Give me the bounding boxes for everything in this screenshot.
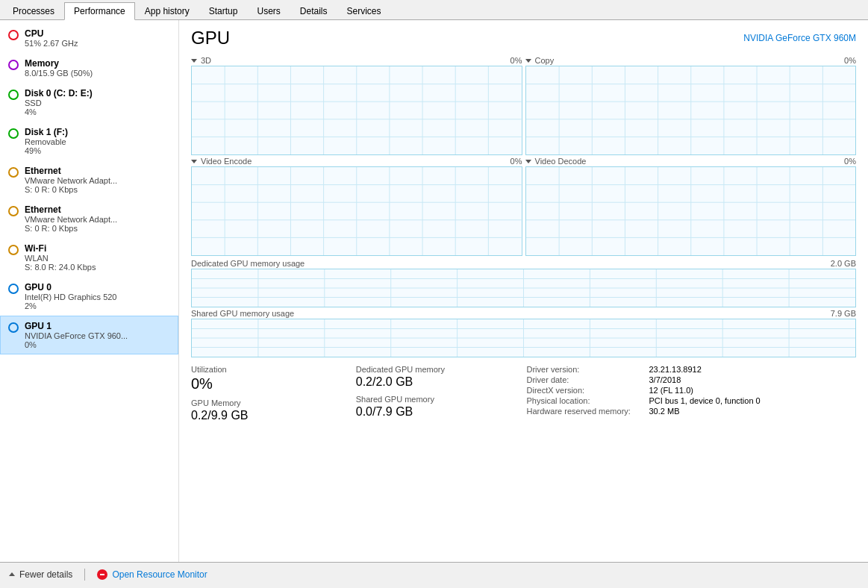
ethernet2-name: Ethernet [25,204,117,215]
chart-copy-percent: 0% [844,56,856,65]
chart-decode-area [525,166,857,256]
sidebar-item-gpu1[interactable]: GPU 1 NVIDIA GeForce GTX 960... 0% [0,316,178,354]
physical-location-key: Physical location: [527,396,646,405]
driver-version-val: 23.21.13.8912 [649,365,702,374]
dedicated-memory-row: Dedicated GPU memory usage 2.0 GB [191,259,856,307]
memory-dot [8,60,19,70]
fewer-details-label: Fewer details [19,569,72,580]
tab-performance[interactable]: Performance [64,2,135,20]
chart-encode-label: Video Encode [201,157,252,166]
open-resource-monitor-button[interactable]: Open Resource Monitor [97,569,207,580]
sidebar-item-ethernet2[interactable]: Ethernet VMware Network Adapt... S: 0 R:… [0,199,178,238]
chart-3d-area [191,66,522,155]
dedicated-col: Dedicated GPU memory 0.2/2.0 GB Shared G… [356,365,521,422]
chart-copy: Copy 0% [525,56,857,155]
shared-memory-value: 7.9 GB [831,309,856,318]
gpu0-name: GPU 0 [25,282,117,293]
gpu-model: NVIDIA GeForce GTX 960M [743,33,856,43]
ethernet1-sub2: S: 0 R: 0 Kbps [25,185,117,194]
gpu1-sub1: NVIDIA GeForce GTX 960... [25,331,128,340]
chart-decode-label: Video Decode [535,157,587,166]
info-col: Driver version: 23.21.13.8912 Driver dat… [521,365,857,422]
sidebar-item-disk0[interactable]: Disk 0 (C: D: E:) SSD 4% [0,83,178,122]
gpu0-dot [8,284,19,294]
driver-version-key: Driver version: [527,365,646,374]
gpu-header: GPU NVIDIA GeForce GTX 960M [191,28,856,49]
memory-sub1: 8.0/15.9 GB (50%) [25,69,93,78]
dedicated-memory-label: Dedicated GPU memory usage [191,259,305,268]
tab-details[interactable]: Details [290,2,337,20]
chevron-down-encode [191,160,197,163]
middle-charts-row: Video Encode 0% [191,157,856,256]
content-area: GPU NVIDIA GeForce GTX 960M 3D 0% [179,20,868,562]
shared-memory-svg [192,319,855,357]
chart-video-encode: Video Encode 0% [191,157,522,256]
bottom-divider [84,569,85,581]
chart-decode-percent: 0% [844,157,856,166]
wifi-sub1: WLAN [25,254,96,263]
chart-copy-label: Copy [535,56,555,65]
dedicated-gpu-value: 0.2/2.0 GB [356,375,521,389]
driver-date-val: 3/7/2018 [649,375,681,384]
tab-processes[interactable]: Processes [3,2,64,20]
gpu-memory-label: GPU Memory [191,398,356,407]
chart-3d-grid [192,66,522,154]
sidebar-item-ethernet1[interactable]: Ethernet VMware Network Adapt... S: 0 R:… [0,160,178,199]
shared-memory-label: Shared GPU memory usage [191,309,294,318]
disk1-name: Disk 1 (F:) [25,127,68,137]
shared-memory-stat-label: Shared GPU memory [356,395,521,404]
directx-val: 12 (FL 11.0) [649,386,694,395]
dedicated-gpu-label: Dedicated GPU memory [356,365,521,374]
driver-date-key: Driver date: [527,375,646,384]
ethernet2-sub1: VMware Network Adapt... [25,215,117,224]
disk0-name: Disk 0 (C: D: E:) [25,88,93,98]
bottom-bar: Fewer details Open Resource Monitor [0,562,868,586]
disk1-dot [8,128,19,139]
ethernet1-name: Ethernet [25,166,117,176]
chart-encode-grid [192,167,522,255]
gpu1-name: GPU 1 [25,321,128,331]
memory-name: Memory [25,58,93,69]
sidebar-item-memory[interactable]: Memory 8.0/15.9 GB (50%) [0,53,178,83]
dedicated-memory-svg [192,269,855,307]
chart-copy-area [525,66,857,155]
open-resource-monitor-label: Open Resource Monitor [112,569,207,580]
sidebar-item-cpu[interactable]: CPU 51% 2.67 GHz [0,23,178,53]
directx-key: DirectX version: [527,386,646,395]
tab-services[interactable]: Services [337,2,391,20]
wifi-dot [8,245,19,255]
ethernet1-sub1: VMware Network Adapt... [25,176,117,185]
sidebar-item-wifi[interactable]: Wi-Fi WLAN S: 8.0 R: 24.0 Kbps [0,238,178,277]
chevron-down-copy [525,59,531,63]
sidebar-item-gpu0[interactable]: GPU 0 Intel(R) HD Graphics 520 2% [0,277,178,316]
chart-decode-grid [526,167,856,255]
chart-3d: 3D 0% [191,56,522,155]
utilization-label: Utilization [191,365,356,374]
ethernet2-sub2: S: 0 R: 0 Kbps [25,224,117,233]
disk1-sub2: 49% [25,146,68,155]
ethernet1-dot [8,167,19,178]
fewer-details-button[interactable]: Fewer details [9,569,72,580]
tab-startup[interactable]: Startup [199,2,248,20]
cpu-name: CPU [25,28,78,39]
wifi-sub2: S: 8.0 R: 24.0 Kbps [25,263,96,272]
gpu-title: GPU [191,28,230,49]
chevron-up-icon [9,572,15,576]
disk0-sub2: 4% [25,107,93,116]
hardware-reserved-val: 30.2 MB [649,407,680,416]
chart-video-decode: Video Decode 0% [525,157,857,256]
chevron-down-decode [525,160,531,163]
stats-area: Utilization 0% GPU Memory 0.2/9.9 GB Ded… [191,359,856,425]
tab-users[interactable]: Users [247,2,290,20]
tab-bar: Processes Performance App history Startu… [0,0,868,20]
chevron-down-3d [191,59,197,63]
chart-encode-area [191,166,522,256]
gpu0-sub2: 2% [25,301,117,310]
sidebar-item-disk1[interactable]: Disk 1 (F:) Removable 49% [0,122,178,160]
tab-app-history[interactable]: App history [135,2,199,20]
resource-monitor-icon [97,569,107,580]
hardware-reserved-key: Hardware reserved memory: [527,407,646,416]
gpu1-dot [8,322,19,333]
shared-memory-row: Shared GPU memory usage 7.9 GB [191,309,856,357]
utilization-col: Utilization 0% GPU Memory 0.2/9.9 GB [191,365,356,422]
